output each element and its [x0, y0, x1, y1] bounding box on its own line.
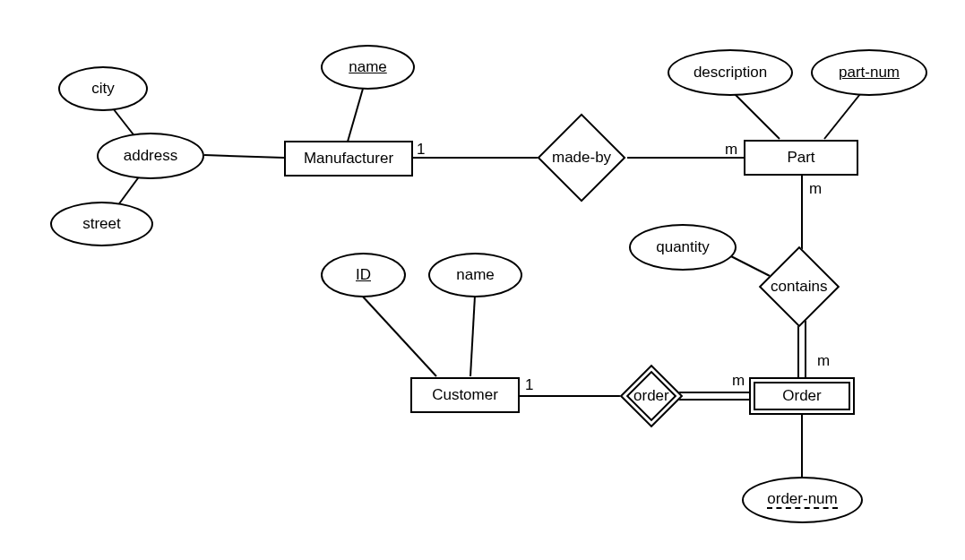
- manufacturer-label: Manufacturer: [304, 150, 393, 168]
- contains-relationship: contains: [759, 246, 840, 328]
- address-attribute: address: [97, 133, 204, 179]
- made-by-relationship: made-by: [538, 114, 626, 202]
- part-num-label: part-num: [839, 64, 900, 82]
- street-label: street: [82, 215, 121, 233]
- svg-line-13: [470, 296, 475, 376]
- card-order-order: m: [732, 372, 745, 390]
- street-attribute: street: [50, 202, 153, 246]
- contains-label: contains: [771, 278, 827, 296]
- order-num-attribute: order-num: [742, 477, 863, 523]
- order-entity: Order: [749, 377, 855, 415]
- manufacturer-name-label: name: [349, 58, 387, 76]
- svg-line-6: [735, 94, 780, 139]
- customer-id-label: ID: [356, 266, 371, 284]
- order-rel-label: order: [633, 387, 669, 405]
- manufacturer-name-attribute: name: [321, 45, 415, 90]
- customer-name-label: name: [456, 266, 495, 284]
- made-by-label: made-by: [552, 149, 611, 167]
- address-label: address: [124, 147, 177, 165]
- svg-line-0: [348, 89, 363, 142]
- quantity-label: quantity: [656, 238, 710, 256]
- card-part-contains: m: [809, 180, 822, 198]
- city-attribute: city: [58, 66, 148, 111]
- svg-line-12: [362, 296, 436, 376]
- order-relationship: order: [620, 365, 684, 428]
- part-entity: Part: [744, 140, 858, 176]
- quantity-attribute: quantity: [629, 224, 737, 271]
- description-attribute: description: [668, 49, 793, 96]
- manufacturer-entity: Manufacturer: [284, 141, 413, 177]
- card-customer-order: 1: [525, 376, 533, 394]
- svg-line-1: [204, 155, 284, 158]
- customer-entity: Customer: [410, 377, 520, 413]
- customer-name-attribute: name: [428, 253, 522, 297]
- description-label: description: [694, 64, 767, 82]
- order-num-label: order-num: [767, 491, 837, 510]
- card-part-madeby: m: [725, 141, 737, 159]
- customer-id-attribute: ID: [321, 253, 406, 297]
- card-mfr-madeby: 1: [417, 141, 425, 159]
- svg-line-7: [824, 94, 860, 139]
- part-label: Part: [787, 149, 814, 167]
- card-order-contains: m: [817, 352, 830, 370]
- part-num-attribute: part-num: [811, 49, 927, 96]
- city-label: city: [91, 80, 115, 98]
- customer-label: Customer: [432, 386, 498, 404]
- order-label: Order: [782, 387, 821, 405]
- er-diagram: city address street name Manufacturer ma…: [0, 0, 965, 560]
